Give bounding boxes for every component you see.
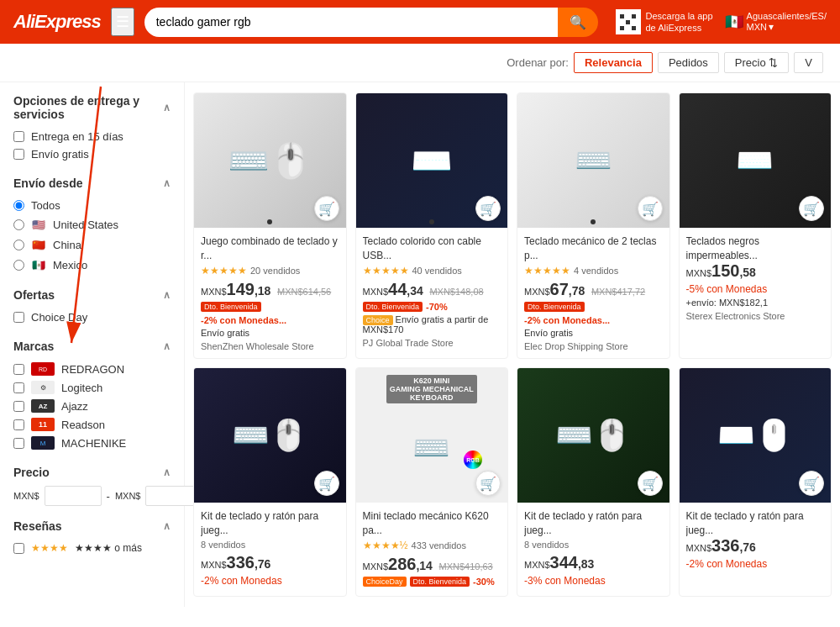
- badge-row-6: ChoiceDay Dto. Bienvenida -30%: [363, 577, 501, 587]
- app-download[interactable]: Descarga la app de AliExpress: [616, 9, 713, 34]
- ship-from-section: Envío desde ∧ Todos 🇺🇸 United States 🇨🇳 …: [13, 177, 171, 275]
- sort-label: Ordenar por:: [507, 56, 569, 69]
- product-card-8[interactable]: ⌨️🖱️ 🛒 Kit de teclado y ratón para jueg.…: [679, 367, 832, 597]
- product-rating-2: ★★★★★ 40 vendidos: [363, 265, 501, 277]
- ship-todos[interactable]: Todos: [13, 197, 171, 214]
- product-info-2: Teclado colorido con cable USB... ★★★★★ …: [356, 228, 508, 355]
- product-info-8: Kit de teclado y ratón para jueg... MXN$…: [680, 503, 832, 579]
- logitech-logo: ⚙: [31, 381, 55, 394]
- product-info-4: Teclados negros impermeables... MXN$150,…: [680, 228, 832, 328]
- chevron-up-icon-2[interactable]: ∧: [163, 177, 171, 189]
- ship-china[interactable]: 🇨🇳 China: [13, 234, 171, 255]
- badge-row-1: Dto. Bienvenida -2% con Monedas...: [201, 302, 339, 325]
- ship-us[interactable]: 🇺🇸 United States: [13, 214, 171, 234]
- add-cart-button-3[interactable]: 🛒: [638, 196, 663, 221]
- badge-row-5: -2% con Monedas: [201, 575, 339, 587]
- brand-logitech-checkbox[interactable]: [13, 382, 24, 393]
- choice-day-checkbox[interactable]: [13, 312, 24, 323]
- product-rating-3: ★★★★★ 4 vendidos: [524, 265, 663, 277]
- offer-choice-day[interactable]: Choice Day: [13, 308, 171, 326]
- offers-section: Ofertas ∧ Choice Day: [13, 288, 171, 326]
- plus-shipping-4: +envío: MXN$182,1: [686, 298, 825, 308]
- brand-readson[interactable]: 11 Readson: [13, 415, 171, 434]
- menu-button[interactable]: ☰: [111, 8, 134, 36]
- product-price-5: MXN$336,76: [201, 553, 339, 572]
- delivery-15-dias[interactable]: Entrega en 15 días: [13, 128, 171, 145]
- product-info-3: Teclado mecánico de 2 teclas p... ★★★★★ …: [517, 228, 669, 358]
- search-input[interactable]: [144, 8, 558, 37]
- brand-machenike-checkbox[interactable]: [13, 438, 24, 449]
- brand-ajazz[interactable]: AZ Ajazz: [13, 397, 171, 415]
- product-card-4[interactable]: ⌨️ 🛒 Teclados negros impermeables... MXN…: [679, 92, 832, 359]
- brand-logitech[interactable]: ⚙ Logitech: [13, 378, 171, 397]
- chevron-up-icon-3[interactable]: ∧: [163, 289, 171, 301]
- header: AliExpress ☰ 🔍 Descarga la app de AliExp…: [0, 0, 840, 44]
- add-cart-button-4[interactable]: 🛒: [799, 196, 824, 221]
- add-cart-button-2[interactable]: 🛒: [475, 196, 501, 221]
- product-card-7[interactable]: ⌨️🖱️ 🛒 Kit de teclado y ratón para jueg.…: [517, 367, 670, 597]
- ship-mexico-radio[interactable]: [13, 260, 24, 271]
- sort-orders[interactable]: Pedidos: [658, 52, 719, 73]
- brand-redragon-checkbox[interactable]: [13, 364, 24, 375]
- add-cart-button-7[interactable]: 🛒: [638, 471, 663, 496]
- delivery-15-checkbox[interactable]: [13, 131, 24, 142]
- ship-mexico[interactable]: 🇲🇽 Mexico: [13, 255, 171, 275]
- brand-ajazz-checkbox[interactable]: [13, 401, 24, 412]
- product-card-3[interactable]: ⌨️ 🛒 Teclado mecánico de 2 teclas p... ★…: [517, 92, 670, 359]
- flag-mx-icon-2: 🇲🇽: [31, 257, 46, 272]
- flag-us-icon: 🇺🇸: [31, 217, 46, 232]
- sort-more[interactable]: V: [794, 52, 823, 73]
- product-info-6: Mini teclado mecánico K620 pa... ★★★★½ 4…: [356, 503, 508, 596]
- chevron-up-icon-5[interactable]: ∧: [163, 466, 171, 478]
- dot-indicator-2: [429, 219, 434, 224]
- product-image-4: ⌨️ 🛒: [680, 93, 832, 228]
- add-cart-button-6[interactable]: 🛒: [475, 471, 501, 496]
- review-4stars-checkbox[interactable]: [13, 543, 24, 554]
- sidebar: Opciones de entrega y servicios ∧ Entreg…: [0, 82, 185, 607]
- brand-redragon[interactable]: RD REDRAGON: [13, 360, 171, 378]
- badge-row-3: Dto. Bienvenida -2% con Monedas...: [524, 302, 663, 325]
- redragon-logo: RD: [31, 362, 55, 376]
- brands-title: Marcas ∧: [13, 340, 171, 353]
- add-cart-button-5[interactable]: 🛒: [314, 471, 339, 496]
- product-image-6: K620 MINIGAMING MECHANICALKEYBOARD ⌨️ RG…: [356, 368, 508, 503]
- ship-china-radio[interactable]: [13, 240, 24, 250]
- ship-us-radio[interactable]: [13, 219, 24, 230]
- product-card-5[interactable]: ⌨️🖱️ 🛒 Kit de teclado y ratón para jueg.…: [193, 367, 347, 597]
- badge-row-2: Dto. Bienvenida -70%: [363, 302, 501, 312]
- logo[interactable]: AliExpress: [13, 11, 101, 33]
- product-price-6: MXN$286,14 MXN$410,63: [363, 555, 501, 574]
- product-rating-6: ★★★★½ 433 vendidos: [363, 540, 501, 551]
- sort-bar: Ordenar por: Relevancia Pedidos Precio ⇅…: [0, 44, 840, 82]
- product-info-1: Juego combinado de teclado y r... ★★★★★ …: [194, 228, 346, 358]
- product-card-6[interactable]: K620 MINIGAMING MECHANICALKEYBOARD ⌨️ RG…: [355, 367, 509, 597]
- chevron-up-icon-6[interactable]: ∧: [163, 520, 171, 532]
- brand-readson-checkbox[interactable]: [13, 419, 24, 430]
- ship-todos-radio[interactable]: [13, 200, 24, 211]
- delivery-free[interactable]: Envío gratis: [13, 145, 171, 163]
- product-card-1[interactable]: ⌨️🖱️ 🛒 Juego combinado de teclado y r...…: [193, 92, 347, 359]
- product-title-3: Teclado mecánico de 2 teclas p...: [524, 234, 663, 261]
- product-price-1: MXN$149,18 MXN$614,56: [201, 280, 339, 299]
- store-1: ShenZhen Wholesale Store: [201, 341, 339, 351]
- delivery-free-checkbox[interactable]: [13, 149, 24, 160]
- product-price-3: MXN$67,78 MXN$417,72: [524, 280, 663, 299]
- product-title-8: Kit de teclado y ratón para jueg...: [686, 509, 825, 536]
- product-image-8: ⌨️🖱️ 🛒: [680, 368, 832, 503]
- product-title-1: Juego combinado de teclado y r...: [201, 234, 339, 261]
- price-min-input[interactable]: [45, 486, 102, 506]
- store-2: PJ Global Trade Store: [363, 338, 501, 348]
- location[interactable]: 🇲🇽 Aguascalientes/ES/ MXN ▾: [725, 11, 827, 33]
- add-cart-button-8[interactable]: 🛒: [799, 471, 824, 496]
- search-button[interactable]: 🔍: [558, 8, 598, 37]
- chevron-up-icon[interactable]: ∧: [163, 102, 171, 113]
- add-cart-button-1[interactable]: 🛒: [314, 196, 339, 221]
- chevron-up-icon-4[interactable]: ∧: [163, 340, 171, 352]
- sort-price[interactable]: Precio ⇅: [724, 52, 789, 73]
- brand-machenike[interactable]: M MACHENIKE: [13, 434, 171, 452]
- review-4stars[interactable]: ★★★★ ★★★★ o más: [13, 540, 171, 556]
- product-title-6: Mini teclado mecánico K620 pa...: [363, 509, 501, 536]
- app-text: Descarga la app de AliExpress: [646, 10, 713, 34]
- sort-relevance[interactable]: Relevancia: [574, 52, 653, 73]
- product-card-2[interactable]: ⌨️ 🛒 Teclado colorido con cable USB... ★…: [355, 92, 509, 359]
